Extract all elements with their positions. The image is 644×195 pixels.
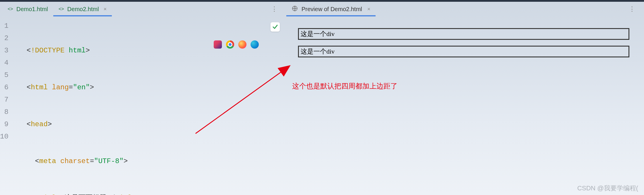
- edge-icon[interactable]: [251, 40, 259, 49]
- code-line: <meta charset="UTF-8">: [27, 155, 291, 167]
- preview-pane: Preview of Demo2.html × ⋮ 这是一个div 这是一个di…: [283, 2, 644, 195]
- line-number: 8: [0, 106, 8, 118]
- line-number: 7: [0, 94, 8, 106]
- line-number: 9: [0, 118, 8, 131]
- tab-demo1[interactable]: <> Demo1.html: [2, 2, 53, 16]
- editor-tabs: <> Demo1.html <> Demo2.html × ⋮: [0, 2, 283, 16]
- tab-label: Demo1.html: [16, 6, 48, 13]
- close-icon[interactable]: ×: [104, 6, 107, 12]
- svg-text:<>: <>: [59, 6, 64, 11]
- preview-tab[interactable]: Preview of Demo2.html ×: [286, 2, 376, 16]
- preview-tabs: Preview of Demo2.html × ⋮: [283, 2, 644, 16]
- line-number: 2: [0, 32, 8, 45]
- firefox-icon[interactable]: [238, 40, 246, 49]
- tab-demo2[interactable]: <> Demo2.html ×: [53, 2, 112, 16]
- line-gutter: 1 2 3 4 5 6 7 8 9 10: [0, 16, 14, 195]
- globe-icon: [292, 5, 298, 13]
- line-number: 6: [0, 81, 8, 94]
- preview-more-icon[interactable]: ⋮: [629, 5, 644, 13]
- tab-label: Demo2.html: [67, 6, 99, 13]
- preview-body: 这是一个div 这是一个div 这个也是默认把四周都加上边距了: [283, 16, 644, 195]
- code-line: <html lang="en">: [27, 81, 291, 94]
- svg-text:<>: <>: [8, 6, 13, 11]
- annotation-text: 这个也是默认把四周都加上边距了: [292, 81, 398, 91]
- watermark: CSDN @我要学编程(: [577, 184, 638, 193]
- close-icon[interactable]: ×: [367, 6, 371, 12]
- intellij-icon[interactable]: [214, 40, 222, 49]
- html-file-icon: <>: [8, 6, 13, 12]
- line-number: 10: [0, 131, 8, 143]
- line-number: 4: [0, 57, 8, 69]
- status-ok-icon: [270, 22, 280, 32]
- editor-pane: <> Demo1.html <> Demo2.html × ⋮ 1 2 3 4 …: [0, 2, 283, 195]
- code-line: <head>: [27, 118, 291, 131]
- preview-div-1: 这是一个div: [298, 28, 629, 40]
- preview-div-2: 这是一个div: [298, 46, 629, 57]
- browser-icons-toolbar: [214, 40, 259, 49]
- html-file-icon: <>: [59, 6, 64, 12]
- line-number: 1: [0, 20, 8, 32]
- line-number: 5: [0, 69, 8, 81]
- chrome-icon[interactable]: [226, 40, 234, 49]
- preview-tab-label: Preview of Demo2.html: [302, 6, 362, 13]
- line-number: 3: [0, 45, 8, 57]
- main-container: <> Demo1.html <> Demo2.html × ⋮ 1 2 3 4 …: [0, 2, 644, 195]
- code-line: <title>这是页面标题</title>: [27, 192, 291, 195]
- tabs-more-icon[interactable]: ⋮: [271, 5, 283, 13]
